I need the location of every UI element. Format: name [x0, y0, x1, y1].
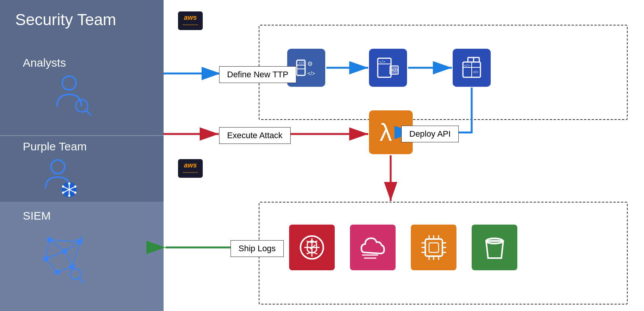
- svg-point-13: [74, 185, 76, 188]
- ship-logs-label: Ship Logs: [231, 240, 284, 257]
- cloudtrail-icon: [350, 225, 396, 270]
- analyst-icon: [49, 72, 95, 120]
- deploy-api-label: Deploy API: [401, 126, 459, 142]
- svg-point-9: [68, 195, 70, 197]
- svg-line-14: [49, 240, 65, 251]
- svg-text:</>: </>: [299, 61, 305, 65]
- aws-squiggle-middle: ~~~~~: [183, 169, 198, 175]
- svg-line-30: [79, 278, 84, 283]
- s3-icon: [472, 225, 517, 270]
- codedeploy-icon: </> </>: [453, 49, 491, 87]
- guardduty-icon: [411, 225, 456, 270]
- execute-attack-label: Execute Attack: [219, 127, 291, 144]
- siem-icon: [34, 225, 91, 287]
- svg-text:λ: λ: [380, 118, 392, 146]
- securityhub-icon: [289, 225, 335, 270]
- svg-text:</>: </>: [391, 67, 399, 73]
- svg-point-25: [62, 249, 67, 254]
- svg-line-2: [86, 110, 91, 115]
- svg-rect-68: [429, 243, 439, 252]
- divider-1: [0, 135, 164, 136]
- svg-line-16: [46, 240, 49, 259]
- svg-text:⚙: ⚙: [307, 61, 313, 67]
- svg-point-0: [62, 76, 76, 90]
- svg-text:</>: </>: [379, 60, 386, 64]
- aws-badge-middle: aws ~~~~~: [178, 159, 203, 178]
- purple-team-label: Purple Team: [23, 140, 87, 153]
- svg-point-23: [47, 237, 52, 242]
- svg-line-22: [49, 240, 80, 242]
- purple-team-icon: [38, 156, 87, 203]
- svg-point-11: [74, 191, 76, 194]
- svg-rect-55: [425, 239, 442, 256]
- svg-point-26: [43, 256, 48, 262]
- svg-point-10: [62, 185, 64, 188]
- svg-line-17: [46, 251, 65, 259]
- svg-text:</>: </>: [464, 64, 470, 67]
- svg-point-12: [62, 191, 64, 194]
- siem-label: SIEM: [23, 209, 51, 222]
- aws-badge-top: aws ~~~~~: [178, 11, 203, 30]
- aws-text-top: aws: [184, 14, 197, 22]
- codebuild-icon: </> </>: [369, 49, 407, 87]
- svg-point-28: [54, 270, 60, 275]
- aws-squiggle-top: ~~~~~: [183, 22, 198, 28]
- svg-point-8: [68, 182, 70, 185]
- analysts-label: Analysts: [23, 56, 66, 69]
- aws-text-middle: aws: [184, 161, 197, 169]
- diagram-container: Security Team Analysts Purple Team: [0, 0, 644, 311]
- define-ttp-label: Define New TTP: [219, 66, 296, 83]
- svg-text:</>: </>: [307, 70, 315, 77]
- security-team-label: Security Team: [15, 11, 116, 29]
- svg-point-70: [486, 238, 503, 244]
- svg-text:</>: </>: [473, 70, 479, 74]
- svg-point-3: [51, 160, 65, 174]
